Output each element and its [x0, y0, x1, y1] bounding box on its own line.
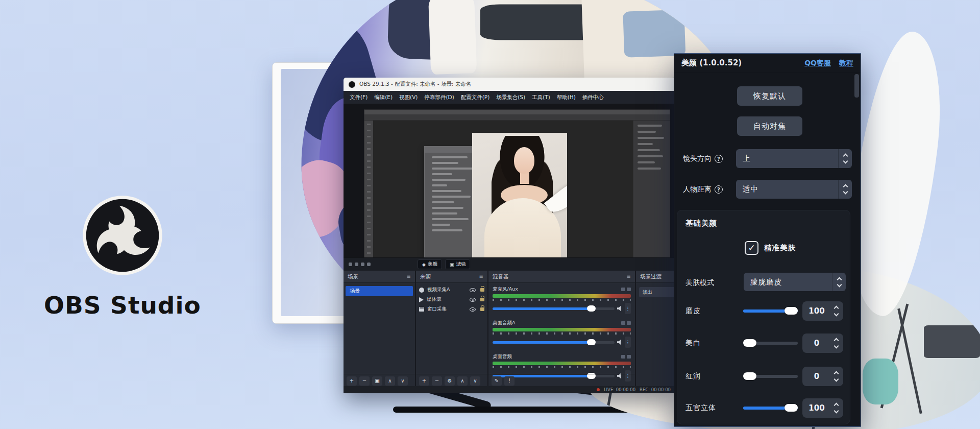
visibility-icon[interactable] — [470, 307, 476, 312]
spinner-arrows-icon[interactable] — [831, 402, 843, 414]
menu-view[interactable]: 视图(V) — [399, 94, 418, 101]
dock-control-icons — [349, 263, 371, 266]
scenes-dock: 场景≡ 场景 + − ▣ ∧ ∨ — [344, 271, 415, 387]
photoshop-mock-window — [364, 109, 670, 257]
basic-beauty-section: 基础美颜 ✓ 精准美肤 美肤模式 朦胧磨皮 磨皮 100 美白 — [677, 210, 850, 424]
collapse-icon[interactable]: ≡ — [627, 274, 631, 279]
ps-options-bar — [364, 114, 670, 121]
mixer-edit-button[interactable]: ✎ — [492, 376, 502, 386]
diamond-icon: ◆ — [422, 262, 426, 267]
channel-menu-button[interactable]: ⋮ — [625, 303, 631, 314]
menu-tools[interactable]: 工具(T) — [532, 94, 550, 101]
chevron-updown-icon — [838, 149, 852, 168]
source-properties-button[interactable]: ⚙ — [445, 376, 455, 386]
menu-scene-collection[interactable]: 场景集合(S) — [496, 94, 525, 101]
lock-icon[interactable] — [480, 288, 484, 292]
visibility-icon[interactable] — [470, 298, 476, 302]
add-source-button[interactable]: + — [419, 376, 429, 386]
restore-defaults-button[interactable]: 恢复默认 — [737, 86, 802, 106]
source-row-media[interactable]: 媒体源 — [416, 295, 487, 304]
window-capture-icon — [419, 307, 424, 312]
remove-source-button[interactable]: − — [432, 376, 442, 386]
channel-menu-button[interactable]: ⋮ — [625, 337, 631, 348]
obs-statusbar: LIVE: 00:00:00 REC: 00:00:00 — [344, 386, 675, 393]
menu-docks[interactable]: 停靠部件(D) — [424, 94, 454, 101]
beauty-quick-button[interactable]: ◆ 美颜 — [418, 259, 442, 269]
move-source-down-button[interactable]: ∨ — [470, 376, 480, 386]
volume-slider[interactable] — [493, 341, 615, 344]
obs-menubar: 文件(F) 编辑(E) 视图(V) 停靠部件(D) 配置文件(P) 场景集合(S… — [344, 91, 675, 104]
facial-depth-value-spinner[interactable]: 100 — [802, 398, 843, 418]
channel-option-icons[interactable] — [621, 288, 631, 291]
facial-depth-slider[interactable] — [743, 407, 798, 410]
menu-edit[interactable]: 编辑(E) — [374, 94, 393, 101]
camera-direction-select[interactable]: 上 — [736, 149, 852, 168]
precise-skin-checkbox[interactable]: ✓ — [745, 241, 758, 255]
channel-option-icons[interactable] — [621, 321, 631, 325]
whitening-value-spinner[interactable]: 0 — [802, 333, 843, 353]
source-row-window[interactable]: 窗口采集 — [416, 304, 487, 314]
meter-ticks — [493, 366, 631, 368]
mixer-alert-button[interactable]: ! — [504, 376, 514, 386]
camera-direction-label: 镜头方向 ? — [683, 154, 723, 163]
subject-distance-label: 人物距离 ? — [683, 185, 723, 194]
qq-support-link[interactable]: QQ客服 — [804, 59, 831, 68]
move-scene-up-button[interactable]: ∧ — [385, 376, 395, 386]
spinner-arrows-icon[interactable] — [831, 305, 843, 317]
lock-icon[interactable] — [480, 307, 484, 311]
move-source-up-button[interactable]: ∧ — [457, 376, 468, 386]
remove-scene-button[interactable]: − — [359, 376, 370, 386]
beauty-panel-header: 美颜 (1.0.0.52) QQ客服 教程 — [674, 54, 861, 73]
beauty-plugin-panel: 美颜 (1.0.0.52) QQ客服 教程 恢复默认 自动对焦 镜头方向 ? 上… — [674, 53, 861, 427]
lock-icon[interactable] — [480, 298, 484, 301]
sources-toolbar: + − ⚙ ∧ ∨ — [416, 374, 487, 387]
menu-help[interactable]: 帮助(H) — [557, 94, 576, 101]
obs-titlebar-logo-icon — [349, 81, 355, 88]
help-icon[interactable]: ? — [715, 155, 723, 163]
spinner-arrows-icon[interactable] — [831, 337, 843, 349]
scenes-dock-title: 场景 — [348, 273, 358, 280]
source-row-camera[interactable]: 视频采集A — [416, 285, 487, 295]
autofocus-button[interactable]: 自动对焦 — [737, 116, 802, 136]
add-scene-button[interactable]: + — [347, 376, 357, 386]
visibility-icon[interactable] — [470, 288, 476, 292]
speaker-icon[interactable] — [617, 306, 622, 311]
speaker-icon[interactable] — [617, 340, 622, 345]
help-icon[interactable]: ? — [715, 185, 723, 194]
volume-slider[interactable] — [493, 307, 615, 310]
menu-plugin-center[interactable]: 插件中心 — [582, 94, 604, 101]
channel-option-icons[interactable] — [621, 355, 631, 359]
portrait-photo — [472, 133, 567, 257]
collapse-icon[interactable]: ≡ — [479, 274, 483, 279]
scene-list-item[interactable]: 场景 — [346, 286, 413, 296]
rosy-slider[interactable] — [743, 375, 798, 378]
slider-row-smoothing: 磨皮 100 — [677, 301, 850, 322]
move-scene-down-button[interactable]: ∨ — [398, 376, 408, 386]
skin-mode-select[interactable]: 朦胧磨皮 — [744, 273, 846, 291]
preview-control-strip: ◆ 美颜 ▣ 滤镜 — [344, 257, 675, 271]
record-dot-icon — [597, 388, 600, 391]
ps-toolbar — [364, 121, 373, 257]
audio-mixer-dock: 混音器≡ 麦克风/Aux ⋮ 桌面音频A ⋮ 桌面音频 ⋮ — [488, 271, 635, 387]
whitening-slider[interactable] — [743, 342, 798, 345]
collapse-icon[interactable]: ≡ — [407, 274, 411, 279]
ps-panels — [633, 121, 670, 257]
subject-distance-select[interactable]: 适中 — [736, 180, 852, 199]
smoothing-slider[interactable] — [743, 309, 798, 313]
meter-ticks — [493, 332, 631, 335]
promo-canvas: OBS Studio OBS 29.1.3 - 配置文件: 未命名 - 场景: … — [0, 0, 980, 429]
smoothing-value-spinner[interactable]: 100 — [802, 301, 843, 321]
tutorial-link[interactable]: 教程 — [839, 59, 853, 68]
filter-quick-button[interactable]: ▣ 滤镜 — [445, 259, 471, 269]
menu-profile[interactable]: 配置文件(P) — [461, 94, 490, 101]
panel-scrollbar-thumb[interactable] — [854, 74, 859, 98]
obs-titlebar[interactable]: OBS 29.1.3 - 配置文件: 未命名 - 场景: 未命名 — [344, 78, 675, 91]
menu-file[interactable]: 文件(F) — [350, 94, 368, 101]
rosy-value-spinner[interactable]: 0 — [802, 367, 843, 386]
volume-meter — [493, 294, 631, 298]
spinner-arrows-icon[interactable] — [831, 370, 843, 383]
mixer-channel: 麦克风/Aux ⋮ — [493, 286, 631, 314]
slider-row-whitening: 美白 0 — [677, 333, 850, 354]
mixer-channel: 桌面音频A ⋮ — [493, 320, 631, 348]
scene-filters-button[interactable]: ▣ — [372, 376, 382, 386]
